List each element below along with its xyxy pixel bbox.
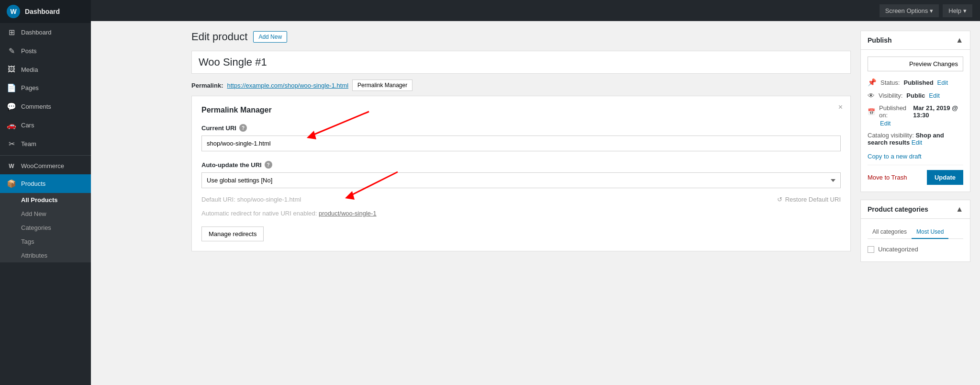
sidebar-item-media[interactable]: 🖼 Media	[0, 60, 91, 79]
category-item-uncategorized: Uncategorized	[868, 244, 963, 255]
main-content: Edit product Add New Permalink: https://…	[182, 21, 980, 385]
help-label: Help	[948, 7, 961, 14]
page-title: Edit product	[191, 31, 247, 43]
uncategorized-label: Uncategorized	[878, 246, 918, 253]
auto-update-help-icon[interactable]: ?	[265, 161, 272, 169]
published-on-row: 📅 Published on: Mar 21, 2019 @ 13:30 Edi…	[868, 104, 963, 127]
published-on-date-line: 📅 Published on: Mar 21, 2019 @ 13:30	[868, 104, 963, 119]
permalink-bar: Permalink: https://example.com/shop/woo-…	[191, 79, 851, 91]
all-categories-tab[interactable]: All categories	[868, 226, 912, 239]
permalink-manager-button[interactable]: Permalink Manager	[352, 79, 412, 91]
publish-metabox: Publish ▲ Preview Changes 📌 Status: Publ…	[860, 31, 970, 192]
visibility-row: 👁 Visibility: Public Edit	[868, 91, 963, 100]
topbar: Screen Options ▾ Help ▾	[91, 0, 980, 21]
help-button[interactable]: Help ▾	[943, 4, 972, 17]
sidebar-item-products[interactable]: 📦 Products	[0, 174, 91, 193]
restore-default-uri-button[interactable]: ↺ Restore Default URI	[777, 196, 841, 203]
update-button[interactable]: Update	[927, 170, 963, 185]
publish-metabox-header: Publish ▲	[861, 31, 970, 50]
sidebar-item-pages[interactable]: 📄 Pages	[0, 79, 91, 97]
status-icon: 📌	[868, 78, 877, 87]
screen-options-chevron-icon: ▾	[930, 7, 933, 14]
current-uri-help-icon[interactable]: ?	[239, 124, 247, 132]
close-icon[interactable]: ×	[838, 103, 843, 112]
current-uri-input[interactable]	[201, 136, 841, 151]
submenu-item-tags[interactable]: Tags	[0, 235, 91, 249]
add-new-button[interactable]: Add New	[253, 31, 287, 43]
auto-update-uri-label: Auto-update the URI ?	[201, 161, 841, 169]
screen-options-label: Screen Options	[885, 7, 928, 14]
status-label: Status:	[880, 79, 900, 86]
help-chevron-icon: ▾	[963, 7, 967, 14]
redirect-link[interactable]: product/woo-single-1	[319, 210, 377, 217]
sidebar-item-label: Products	[21, 180, 45, 187]
sidebar-item-team[interactable]: ✂ Team	[0, 135, 91, 153]
woocommerce-icon: W	[7, 163, 16, 170]
sidebar-item-comments[interactable]: 💬 Comments	[0, 97, 91, 116]
visibility-edit-link[interactable]: Edit	[929, 92, 939, 99]
cars-icon: 🚗	[7, 121, 16, 130]
submenu-item-all-products[interactable]: All Products	[0, 193, 91, 207]
sidebar-logo[interactable]: W Dashboard	[0, 0, 91, 23]
permalink-manager-panel: Permalink Manager × Current URI ? Auto-u…	[191, 96, 851, 251]
status-value: Published	[903, 79, 933, 86]
catalog-label: Catalog visibility:	[868, 132, 914, 139]
submenu-item-attributes[interactable]: Attributes	[0, 249, 91, 262]
publish-title: Publish	[868, 36, 892, 44]
dashboard-icon: ⊞	[7, 28, 16, 37]
uncategorized-checkbox[interactable]	[868, 246, 874, 253]
submenu-item-add-new[interactable]: Add New	[0, 207, 91, 221]
submenu-item-categories[interactable]: Categories	[0, 221, 91, 235]
products-submenu: All Products Add New Categories Tags Att…	[0, 193, 91, 262]
permalink-label: Permalink:	[191, 82, 223, 89]
sidebar-logo-text: Dashboard	[25, 8, 60, 15]
status-edit-link[interactable]: Edit	[937, 79, 948, 86]
categories-title: Product categories	[868, 205, 928, 213]
catalog-edit-link[interactable]: Edit	[912, 139, 922, 146]
copy-draft-link[interactable]: Copy to a new draft	[868, 153, 963, 160]
visibility-label: Visibility:	[879, 92, 902, 99]
posts-icon: ✎	[7, 46, 16, 56]
sidebar-item-label: WooCommerce	[21, 162, 64, 170]
publish-toggle-icon[interactable]: ▲	[956, 36, 963, 45]
product-title-input[interactable]	[191, 51, 851, 74]
auto-update-uri-select[interactable]: Use global settings [No]YesNo	[201, 172, 841, 188]
most-used-tab[interactable]: Most Used	[912, 226, 948, 239]
sidebar-item-cars[interactable]: 🚗 Cars	[0, 116, 91, 135]
publish-metabox-body: Preview Changes 📌 Status: Published Edit…	[861, 50, 970, 192]
categories-metabox-header: Product categories ▲	[861, 200, 970, 219]
sidebar: W Dashboard ⊞ Dashboard ✎ Posts 🖼 Media …	[0, 0, 91, 385]
sidebar-item-label: Comments	[21, 103, 51, 110]
sidebar-item-woocommerce[interactable]: W WooCommerce	[0, 158, 91, 174]
sidebar-item-label: Team	[21, 140, 36, 147]
current-uri-arrow-container	[201, 136, 841, 161]
team-icon: ✂	[7, 139, 16, 148]
sidebar-item-dashboard[interactable]: ⊞ Dashboard	[0, 23, 91, 42]
manage-redirects-button[interactable]: Manage redirects	[201, 226, 264, 241]
visibility-icon: 👁	[868, 91, 875, 100]
permalink-url[interactable]: https://example.com/shop/woo-single-1.ht…	[227, 82, 348, 89]
sidebar-item-label: Media	[21, 66, 38, 73]
default-uri-row: Default URI: shop/woo-single-1.html ↺ Re…	[201, 196, 841, 203]
move-to-trash-link[interactable]: Move to Trash	[868, 174, 907, 181]
products-active-arrow	[87, 174, 91, 193]
categories-metabox-body: All categories Most Used Uncategorized	[861, 219, 970, 261]
published-on-label: Published on:	[879, 104, 909, 119]
preview-changes-button[interactable]: Preview Changes	[868, 57, 963, 71]
screen-options-button[interactable]: Screen Options ▾	[880, 4, 939, 17]
sidebar-item-posts[interactable]: ✎ Posts	[0, 42, 91, 60]
categories-toggle-icon[interactable]: ▲	[956, 205, 963, 214]
svg-line-0	[312, 112, 369, 136]
categories-tabs: All categories Most Used	[868, 226, 963, 239]
published-on-edit-link[interactable]: Edit	[880, 120, 963, 127]
visibility-value: Public	[906, 92, 925, 99]
sidebar-item-label: Pages	[21, 84, 39, 91]
sidebar-item-label: Posts	[21, 47, 37, 55]
product-categories-metabox: Product categories ▲ All categories Most…	[860, 200, 970, 262]
current-uri-label: Current URI ?	[201, 124, 841, 132]
catalog-visibility-row: Catalog visibility: Shop and search resu…	[868, 132, 963, 146]
products-icon: 📦	[7, 179, 16, 188]
status-row: 📌 Status: Published Edit	[868, 78, 963, 87]
default-uri-value: shop/woo-single-1.html	[237, 196, 301, 203]
publish-actions: Move to Trash Update	[868, 165, 963, 185]
